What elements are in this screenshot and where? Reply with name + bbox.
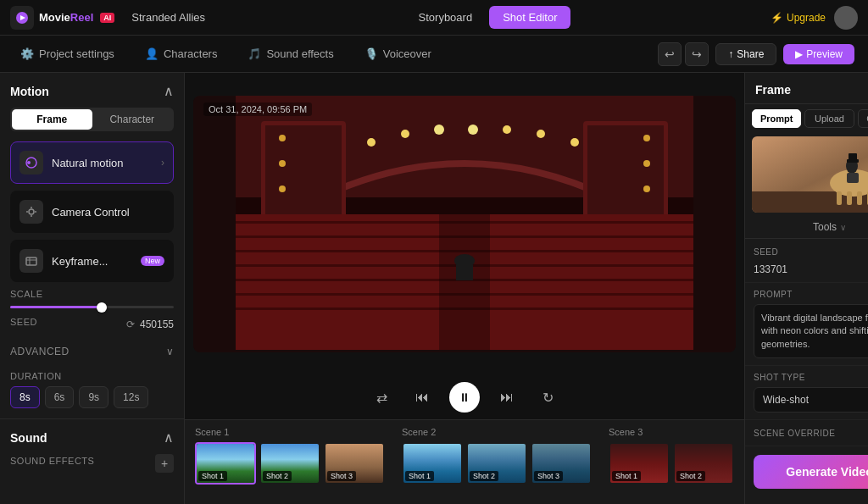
frame-preview — [752, 136, 868, 213]
scene-1-shots: Shot 1 Shot 2 Shot 3 — [195, 442, 385, 485]
camera-control-item[interactable]: Camera Control — [10, 191, 174, 233]
advanced-chevron-icon: ∨ — [166, 346, 174, 357]
next-button[interactable]: ⏭ — [493, 384, 520, 411]
user-avatar[interactable] — [834, 6, 858, 30]
logo-icon — [10, 6, 34, 30]
scene3-shot2[interactable]: Shot 2 — [673, 442, 734, 485]
prompt-field-label: PROMPT ∧ — [754, 290, 868, 299]
keyframe-icon — [19, 249, 43, 273]
keyframe-item[interactable]: Keyframe... New — [10, 240, 174, 282]
upgrade-button[interactable]: ⚡ Upgrade — [771, 12, 826, 24]
shot-type-value[interactable]: Wide-shot — [754, 387, 868, 413]
seed-refresh-icon[interactable]: ⟳ — [126, 318, 135, 330]
play-pause-button[interactable]: ⏸ — [449, 382, 480, 413]
motion-title: Motion — [10, 85, 49, 98]
video-controls: ⇄ ⏮ ⏸ ⏭ ↻ — [185, 375, 744, 419]
seed-label: SEED — [10, 317, 37, 327]
characters-item[interactable]: 👤 Characters — [138, 44, 225, 64]
svg-rect-47 — [857, 191, 862, 205]
advanced-row[interactable]: ADVANCED ∨ — [10, 339, 174, 364]
duration-6s[interactable]: 6s — [45, 386, 75, 408]
sound-effects-item[interactable]: 🎵 Sound effects — [241, 44, 340, 64]
voiceover-item[interactable]: 🎙️ Voiceover — [358, 44, 438, 64]
scene-3-label: Scene 3 — [609, 427, 734, 437]
scale-slider[interactable] — [10, 306, 174, 308]
scene-override-row[interactable]: SCENE OVERRIDE ∨ — [745, 420, 868, 446]
scene1-shot3[interactable]: Shot 3 — [324, 442, 385, 485]
svg-point-27 — [279, 186, 286, 192]
settings-icon: ⚙️ — [20, 47, 34, 60]
natural-motion-icon — [19, 151, 43, 174]
scene3-shot1[interactable]: Shot 1 — [609, 442, 670, 485]
preview-button[interactable]: ▶ Preview — [783, 44, 854, 64]
scene2-shot2[interactable]: Shot 2 — [466, 442, 527, 485]
svg-rect-51 — [847, 173, 859, 183]
motion-section: Motion ∧ Frame Character Natural motion … — [0, 73, 184, 419]
scene-override-label: SCENE OVERRIDE — [754, 429, 835, 438]
tools-chevron-icon: ∨ — [840, 223, 846, 232]
svg-point-3 — [27, 161, 31, 164]
scene-1-label: Scene 1 — [195, 427, 385, 437]
svg-rect-15 — [265, 125, 342, 219]
scene2-shot1[interactable]: Shot 1 — [402, 442, 463, 485]
canvas-tab[interactable]: Canvas — [858, 109, 868, 128]
svg-rect-39 — [439, 214, 490, 350]
duration-section: DURATION 8s 6s 9s 12s — [10, 371, 174, 408]
shot-editor-tab[interactable]: Shot Editor — [489, 6, 570, 29]
duration-8s[interactable]: 8s — [10, 386, 40, 408]
sound-effects-row: SOUND EFFECTS + — [10, 454, 174, 473]
motion-tab-group: Frame Character — [10, 108, 174, 131]
frame-tab[interactable]: Frame — [12, 109, 92, 130]
redo-button[interactable]: ↪ — [685, 42, 709, 66]
project-settings-item[interactable]: ⚙️ Project settings — [14, 44, 121, 64]
svg-rect-53 — [849, 153, 857, 160]
sub-nav-left: ⚙️ Project settings 👤 Characters 🎵 Sound… — [14, 44, 438, 64]
natural-motion-item[interactable]: Natural motion › — [10, 141, 174, 184]
scene1-shot1[interactable]: Shot 1 — [195, 442, 256, 485]
loop-button[interactable]: ↻ — [534, 384, 561, 411]
sound-toggle[interactable]: ∧ — [164, 429, 174, 446]
prev-button[interactable]: ⏮ — [409, 384, 436, 411]
svg-point-4 — [29, 209, 34, 214]
scale-fill — [10, 306, 100, 308]
undo-button[interactable]: ↩ — [658, 42, 682, 66]
seed-input-row: 133701 — [754, 263, 868, 275]
upload-tab[interactable]: Upload — [804, 109, 854, 128]
duration-12s[interactable]: 12s — [114, 386, 148, 408]
frame-tabs: Prompt Upload Canvas — [745, 104, 868, 133]
frame-preview-svg — [752, 136, 868, 213]
tools-row[interactable]: Tools ∨ — [745, 216, 868, 239]
duration-9s[interactable]: 9s — [79, 386, 108, 408]
svg-point-25 — [279, 135, 286, 141]
svg-rect-9 — [26, 258, 36, 265]
left-panel: Motion ∧ Frame Character Natural motion … — [0, 73, 185, 504]
duration-label: DURATION — [10, 371, 174, 381]
character-tab[interactable]: Character — [92, 109, 173, 130]
scene1-shot2[interactable]: Shot 2 — [259, 442, 320, 485]
prompt-tab[interactable]: Prompt — [752, 109, 801, 128]
share-button[interactable]: ↑ Share — [715, 43, 776, 65]
ai-badge: AI — [100, 13, 114, 23]
shuffle-button[interactable]: ⇄ — [368, 384, 395, 411]
lightning-icon: ⚡ — [771, 12, 783, 24]
scale-thumb[interactable] — [97, 302, 107, 313]
timeline-inner: Scene 1 Shot 1 Shot 2 Shot 3 — [195, 427, 734, 485]
seed-display-value: 133701 — [754, 263, 787, 275]
nav-center: Storyboard Shot Editor — [205, 6, 771, 29]
scale-label: SCALE — [10, 289, 174, 299]
generate-video-button[interactable]: Generate Video — [754, 455, 868, 489]
top-navigation: MovieReel AI Stranded Allies Storyboard … — [0, 0, 868, 36]
app-name: MovieReel — [39, 11, 93, 24]
storyboard-tab[interactable]: Storyboard — [405, 6, 487, 29]
prompt-text-box[interactable]: Vibrant digital landscape filled with ne… — [754, 304, 868, 358]
scene2-shot3[interactable]: Shot 3 — [531, 442, 592, 485]
svg-point-29 — [643, 160, 650, 167]
motion-toggle[interactable]: ∧ — [164, 83, 174, 99]
keyframe-label: Keyframe... — [52, 255, 129, 268]
right-panel: Frame Prompt Upload Canvas — [744, 73, 868, 504]
camera-control-label: Camera Control — [52, 206, 164, 219]
logo-area: MovieReel AI — [10, 6, 114, 30]
seed-field-container: SEED ⟳ 133701 — [745, 239, 868, 283]
mic-icon: 🎙️ — [364, 47, 378, 60]
add-sound-button[interactable]: + — [155, 454, 174, 473]
